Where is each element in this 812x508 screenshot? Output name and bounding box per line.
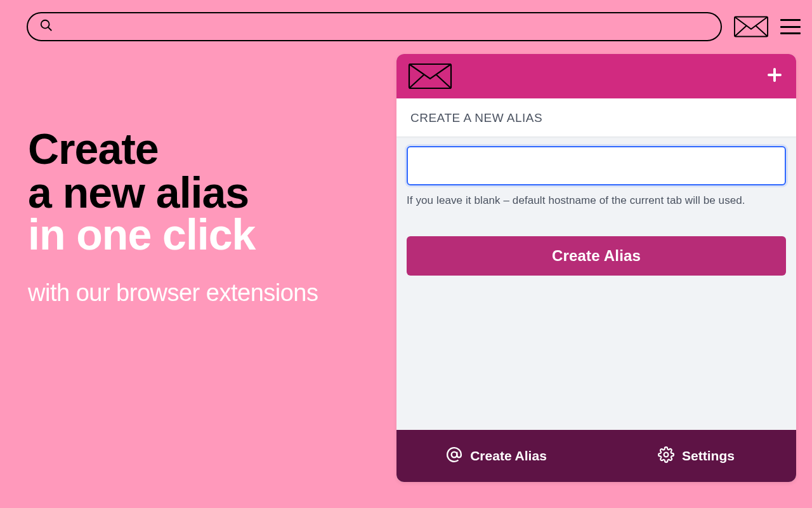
tab-create-alias[interactable]: Create Alias [396, 430, 596, 482]
popup-title: CREATE A NEW ALIAS [396, 98, 796, 137]
svg-point-6 [452, 451, 457, 457]
hamburger-menu-icon[interactable] [780, 19, 801, 34]
at-sign-icon [446, 446, 462, 466]
popup-logo-mail-icon [408, 62, 452, 91]
tab-settings-label: Settings [682, 448, 735, 464]
search-bar[interactable] [27, 12, 722, 41]
popup-header [396, 54, 796, 98]
hero-text: Create a new alias in one click with our… [28, 127, 370, 314]
popup-footer: Create Alias Settings [396, 430, 796, 482]
hero-line-2: in one click [28, 213, 370, 257]
hero-subtext: with our browser extensions [28, 272, 370, 314]
plus-icon[interactable] [767, 67, 782, 85]
svg-point-7 [664, 452, 669, 457]
gear-icon [658, 446, 674, 466]
tab-settings[interactable]: Settings [596, 430, 796, 482]
popup-body: If you leave it blank – default hostname… [396, 137, 796, 430]
search-icon [39, 18, 53, 35]
alias-hint: If you leave it blank – default hostname… [407, 193, 786, 208]
mail-icon[interactable] [733, 14, 769, 39]
hero-line-1: Create a new alias [28, 127, 370, 215]
create-alias-button[interactable]: Create Alias [407, 236, 786, 276]
top-bar [27, 11, 801, 42]
tab-create-label: Create Alias [470, 448, 547, 464]
search-input[interactable] [58, 20, 709, 34]
alias-input[interactable] [407, 146, 786, 185]
extension-popup: CREATE A NEW ALIAS If you leave it blank… [396, 54, 796, 482]
svg-point-0 [41, 20, 49, 29]
svg-line-1 [48, 27, 52, 31]
